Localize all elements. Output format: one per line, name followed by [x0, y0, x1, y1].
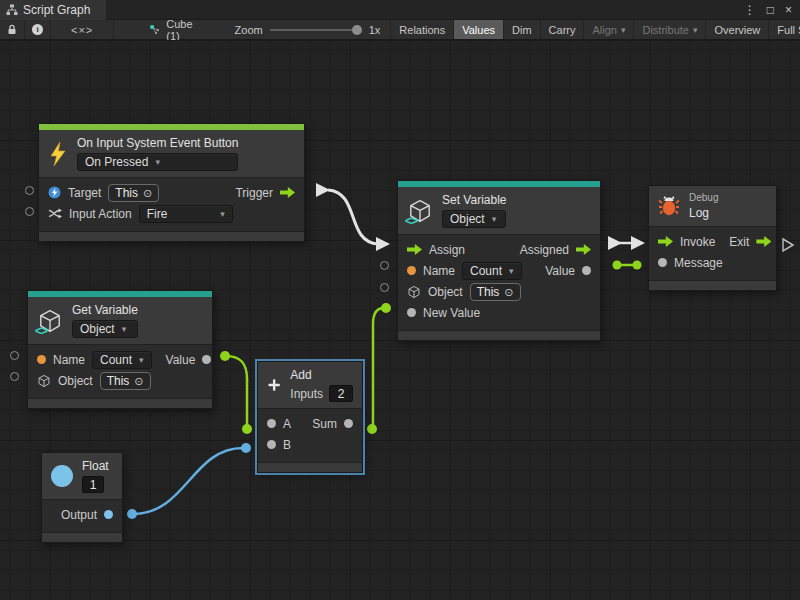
- node-footer: [28, 398, 212, 408]
- zoom-label: Zoom: [235, 24, 263, 36]
- input-b-port[interactable]: [267, 440, 276, 449]
- flow-input-arrow[interactable]: [631, 236, 645, 250]
- name-label: Name: [423, 264, 455, 278]
- name-dropdown[interactable]: Count▾: [462, 262, 522, 280]
- input-b-label: B: [283, 438, 291, 452]
- message-port[interactable]: [658, 258, 667, 267]
- new-value-port[interactable]: [407, 308, 416, 317]
- zoom-control: Zoom 1x: [235, 20, 381, 39]
- node-footer: [42, 532, 122, 542]
- input-action-dropdown[interactable]: Fire▾: [139, 205, 233, 223]
- value-port[interactable]: [202, 355, 211, 364]
- tab-script-graph[interactable]: Script Graph: [0, 0, 106, 20]
- info-button[interactable]: i: [25, 20, 51, 39]
- input-a-label: A: [283, 417, 291, 431]
- toolbar-button-values[interactable]: Values: [454, 20, 504, 39]
- value-wire-endpoint[interactable]: [242, 424, 252, 434]
- object-this-button[interactable]: This⊙: [100, 372, 151, 390]
- node-debug-log[interactable]: Debug Log Invoke Exit Message: [648, 185, 777, 291]
- port-setvar-object[interactable]: [380, 283, 389, 292]
- node-add[interactable]: Add Inputs 2 A Sum B: [257, 361, 363, 473]
- name-port[interactable]: [407, 266, 416, 275]
- invoke-label: Invoke: [680, 235, 715, 249]
- exit-port[interactable]: [756, 236, 771, 247]
- port-getvar-name[interactable]: [10, 351, 19, 360]
- exit-label: Exit: [729, 235, 749, 249]
- wire-getvalue-to-a[interactable]: [226, 356, 247, 425]
- flow-output-arrow[interactable]: [608, 236, 622, 250]
- port-getvar-object[interactable]: [10, 372, 19, 381]
- float-value-field[interactable]: 1: [82, 476, 104, 493]
- lock-icon: [7, 24, 17, 35]
- value-wire-endpoint[interactable]: [127, 509, 137, 519]
- trigger-port[interactable]: [280, 187, 295, 198]
- port-row-object: Object This⊙: [28, 370, 212, 391]
- variable-scope-dropdown[interactable]: Object▾: [442, 210, 506, 228]
- target-this-button[interactable]: This⊙: [108, 184, 159, 202]
- wire-trigger-to-assign[interactable]: [328, 190, 378, 244]
- toolbar-button-relations[interactable]: Relations: [390, 20, 454, 39]
- node-set-variable[interactable]: <> Set Variable Object▾ Assign Assigned: [397, 180, 601, 341]
- toolbar-button-dim[interactable]: Dim: [504, 20, 541, 39]
- value-wire-endpoint[interactable]: [220, 351, 230, 361]
- value-label: Value: [545, 264, 575, 278]
- assigned-port[interactable]: [576, 244, 591, 255]
- node-header[interactable]: Debug Log: [649, 186, 776, 227]
- toolbar-button-carry[interactable]: Carry: [541, 20, 585, 39]
- sum-port[interactable]: [344, 419, 353, 428]
- assign-port[interactable]: [407, 244, 422, 255]
- port-setvar-name[interactable]: [380, 261, 389, 270]
- node-header[interactable]: Float 1: [42, 453, 122, 500]
- toolbar-button-align[interactable]: Align▾: [584, 20, 634, 39]
- node-title: Get Variable: [72, 303, 138, 317]
- port-event-inputaction[interactable]: [25, 207, 34, 216]
- graph-canvas[interactable]: On Input System Event Button On Pressed▾…: [0, 40, 800, 600]
- port-row-invoke: Invoke Exit: [649, 231, 776, 252]
- node-header[interactable]: On Input System Event Button On Pressed▾: [39, 130, 304, 178]
- flow-output-arrow[interactable]: [316, 183, 330, 197]
- plus-icon: [267, 372, 281, 398]
- node-title: Float: [82, 459, 109, 473]
- toolbar-button-distribute[interactable]: Distribute▾: [634, 20, 706, 39]
- close-icon[interactable]: ×: [785, 0, 792, 20]
- event-mode-dropdown[interactable]: On Pressed▾: [77, 153, 238, 171]
- name-port[interactable]: [37, 355, 46, 364]
- value-wire-endpoint[interactable]: [241, 443, 251, 453]
- node-float[interactable]: Float 1 Output: [41, 452, 123, 543]
- chevron-down-icon: ▾: [220, 209, 225, 219]
- port-event-target[interactable]: [25, 186, 34, 195]
- wire-sum-to-newvalue[interactable]: [372, 308, 384, 429]
- port-row-b: B: [258, 434, 362, 455]
- maximize-icon[interactable]: □: [767, 0, 774, 20]
- value-port[interactable]: [582, 266, 591, 275]
- node-header[interactable]: <> Get Variable Object▾: [28, 297, 212, 345]
- value-wire-endpoint[interactable]: [381, 303, 391, 313]
- node-on-input-system-event-button[interactable]: On Input System Event Button On Pressed▾…: [38, 123, 305, 242]
- window-menu-icon[interactable]: ⋮: [744, 0, 756, 20]
- value-wire-endpoint[interactable]: [367, 424, 377, 434]
- variable-scope-dropdown[interactable]: Object▾: [72, 320, 138, 338]
- invoke-port[interactable]: [658, 236, 673, 247]
- object-this-button[interactable]: This⊙: [470, 283, 521, 301]
- exit-port-outline[interactable]: [783, 239, 793, 251]
- value-wire-endpoint[interactable]: [633, 261, 642, 270]
- input-a-port[interactable]: [267, 419, 276, 428]
- value-wire-endpoint[interactable]: [613, 261, 622, 270]
- zoom-slider-thumb[interactable]: [352, 25, 362, 35]
- lock-button[interactable]: [0, 20, 25, 39]
- output-port[interactable]: [104, 510, 113, 519]
- node-get-variable[interactable]: <> Get Variable Object▾ Name Count▾: [27, 290, 213, 409]
- inputs-count-field[interactable]: 2: [329, 385, 353, 402]
- node-header[interactable]: Add Inputs 2: [258, 362, 362, 409]
- name-dropdown[interactable]: Count▾: [92, 351, 152, 369]
- toolbar-button-full-screen[interactable]: Full Screen: [769, 20, 800, 39]
- port-row-name: Name Count▾ Value: [398, 260, 600, 281]
- code-view-button[interactable]: <×>: [51, 20, 114, 39]
- flow-input-arrow[interactable]: [376, 237, 390, 251]
- toolbar-button-overview[interactable]: Overview: [706, 20, 769, 39]
- node-header[interactable]: <> Set Variable Object▾: [398, 187, 600, 235]
- wire-float-to-b[interactable]: [133, 448, 243, 514]
- cube-icon: [37, 374, 51, 388]
- graph-context-breadcrumb[interactable]: Cube (1): [140, 20, 206, 39]
- zoom-slider[interactable]: [270, 29, 362, 31]
